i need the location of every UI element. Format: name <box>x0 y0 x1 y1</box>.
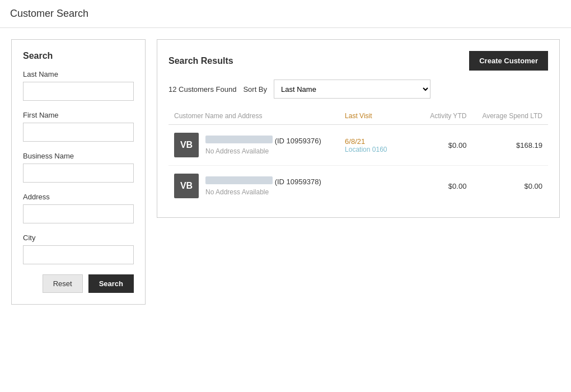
customer-cell-1: VB (ID 10959378) No Address Available <box>169 166 339 207</box>
customer-address-1: No Address Available <box>205 188 321 196</box>
address-label: Address <box>23 193 134 201</box>
address-input[interactable] <box>23 204 134 223</box>
results-header: Search Results Create Customer <box>169 51 548 71</box>
business-name-group: Business Name <box>23 152 134 183</box>
business-name-input[interactable] <box>23 164 134 183</box>
address-group: Address <box>23 193 134 223</box>
sort-row: 12 Customers Found Sort By Last Name Fir… <box>169 80 548 99</box>
avatar-0: VB <box>174 133 199 157</box>
table-row[interactable]: VB (ID 10959376) No Address Available 6/… <box>169 125 548 166</box>
customer-name-1 <box>205 176 273 184</box>
avg-spend-cell-0: $168.19 <box>472 125 548 166</box>
activity-cell-1: $0.00 <box>415 166 472 207</box>
page-title: Customer Search <box>0 0 571 28</box>
city-label: City <box>23 234 134 242</box>
col-header-customer: Customer Name and Address <box>169 108 339 125</box>
table-row[interactable]: VB (ID 10959378) No Address Available $0… <box>169 166 548 207</box>
last-name-group: Last Name <box>23 70 134 101</box>
reset-button[interactable]: Reset <box>43 274 83 293</box>
results-title: Search Results <box>169 56 233 66</box>
activity-cell-0: $0.00 <box>415 125 472 166</box>
sort-label: Sort By <box>243 85 267 94</box>
business-name-label: Business Name <box>23 152 134 160</box>
customer-info-1: (ID 10959378) No Address Available <box>205 176 321 196</box>
last-visit-date-0: 6/8/21 <box>345 137 410 146</box>
avg-spend-cell-1: $0.00 <box>472 166 548 207</box>
first-name-label: First Name <box>23 111 134 119</box>
city-input[interactable] <box>23 245 134 264</box>
results-table: Customer Name and Address Last Visit Act… <box>169 108 548 206</box>
customer-id-1: (ID 10959378) <box>275 178 321 186</box>
create-customer-button[interactable]: Create Customer <box>469 51 548 71</box>
sort-select[interactable]: Last Name First Name Business Name Most … <box>274 80 430 99</box>
customer-name-0 <box>205 136 273 143</box>
col-header-last-visit: Last Visit <box>339 108 415 125</box>
main-content: Search Last Name First Name Business Nam… <box>0 28 571 316</box>
search-button-row: Reset Search <box>23 274 134 293</box>
first-name-input[interactable] <box>23 123 134 142</box>
avatar-1: VB <box>174 174 199 198</box>
first-name-group: First Name <box>23 111 134 142</box>
customer-cell-0: VB (ID 10959376) No Address Available <box>169 125 339 166</box>
found-text: 12 Customers Found <box>169 85 236 94</box>
customer-id-0: (ID 10959376) <box>275 137 321 145</box>
customer-address-0: No Address Available <box>205 147 321 155</box>
city-group: City <box>23 234 134 264</box>
last-visit-location-0: Location 0160 <box>345 146 410 153</box>
results-panel: Search Results Create Customer 12 Custom… <box>157 39 560 218</box>
last-name-label: Last Name <box>23 70 134 78</box>
search-panel: Search Last Name First Name Business Nam… <box>11 39 146 305</box>
last-visit-cell-0: 6/8/21 Location 0160 <box>339 125 415 166</box>
col-header-activity: Activity YTD <box>415 108 472 125</box>
last-visit-cell-1 <box>339 166 415 207</box>
col-header-avg-spend: Average Spend LTD <box>472 108 548 125</box>
table-header-row: Customer Name and Address Last Visit Act… <box>169 108 548 125</box>
last-name-input[interactable] <box>23 82 134 101</box>
search-button[interactable]: Search <box>88 274 134 293</box>
search-panel-title: Search <box>23 51 134 61</box>
customer-info-0: (ID 10959376) No Address Available <box>205 136 321 155</box>
